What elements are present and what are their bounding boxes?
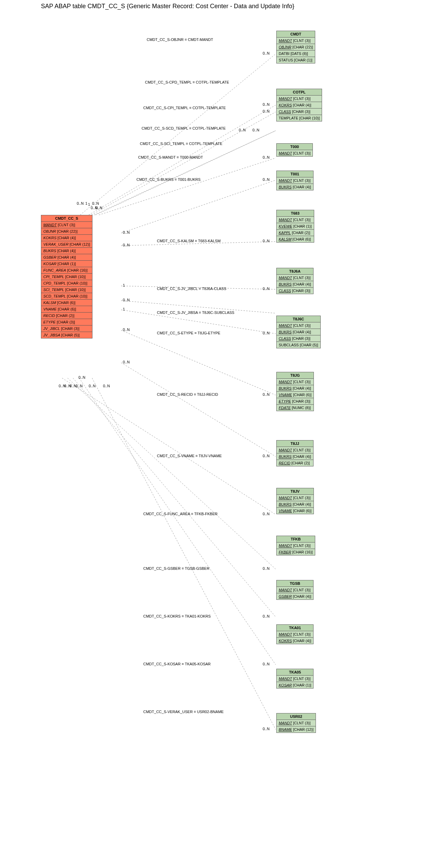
ref-table-header: T000 bbox=[277, 144, 313, 150]
main-field: JV_JIBSA [CHAR (5)] bbox=[41, 332, 92, 338]
ref-field: MANDT [CLNT (3)] bbox=[277, 631, 314, 638]
ref-table-header: USR02 bbox=[277, 713, 316, 720]
ref-field: MANDT [CLNT (3)] bbox=[277, 542, 315, 549]
ref-field: GSBER [CHAR (4)] bbox=[277, 593, 314, 600]
cardinality-right: 0..N bbox=[263, 566, 270, 570]
ref-field: MANDT [CLNT (3)] bbox=[277, 96, 322, 102]
main-field: CPI_TEMPL [CHAR (10)] bbox=[41, 274, 92, 280]
ref-table-header: T683 bbox=[277, 210, 314, 217]
ref-field: MANDT [CLNT (3)] bbox=[277, 177, 314, 184]
cardinality-right: 0..N bbox=[263, 512, 270, 516]
relation-label: CMDT_CC_S-CPI_TEMPL = COTPL-TEMPLATE bbox=[143, 106, 226, 110]
ref-field: MANDT [CLNT (3)] bbox=[277, 676, 314, 682]
ref-table-tfkb: TFKBMANDT [CLNT (3)]FKBER [CHAR (16)] bbox=[276, 536, 315, 555]
main-field: KOKRS [CHAR (4)] bbox=[41, 235, 92, 241]
ref-table-header: T8J6C bbox=[277, 316, 321, 322]
main-field: GSBER [CHAR (4)] bbox=[41, 254, 92, 261]
ref-field: BUKRS [CHAR (4)] bbox=[277, 385, 314, 392]
cardinality-right: 0..N bbox=[263, 614, 270, 618]
cardinality-left: 0..N bbox=[77, 201, 84, 205]
ref-table-t8j6a: T8J6AMANDT [CLNT (3)]BUKRS [CHAR (4)]CLA… bbox=[276, 268, 314, 294]
ref-field: SUBCLASS [CHAR (5)] bbox=[277, 342, 321, 348]
ref-field: CLASS [CHAR (3)] bbox=[277, 335, 321, 342]
cardinality-left: 0..N bbox=[123, 328, 130, 332]
cardinality-left: 0..N bbox=[123, 298, 130, 302]
cardinality-right: 0..N bbox=[263, 727, 270, 731]
ref-field: CLASS [CHAR (3)] bbox=[277, 108, 322, 115]
cardinality-right: 0..N bbox=[263, 662, 270, 666]
ref-field: KVEWE [CHAR (1)] bbox=[277, 223, 314, 230]
ref-table-t8j6c: T8J6CMANDT [CLNT (3)]BUKRS [CHAR (4)]CLA… bbox=[276, 316, 321, 348]
cardinality-right: 0..N bbox=[263, 454, 270, 458]
main-field: KALSM [CHAR (6)] bbox=[41, 300, 92, 306]
ref-table-header: TKA05 bbox=[277, 669, 314, 676]
relation-label: CMDT_CC_S-SCD_TEMPL = COTPL-TEMPLATE bbox=[142, 126, 226, 130]
ref-table-tka05: TKA05MANDT [CLNT (3)]KOSAR [CHAR (1)] bbox=[276, 669, 314, 689]
ref-field: KOKRS [CHAR (4)] bbox=[277, 102, 322, 108]
relation-label: CMDT_CC_S-VNAME = T8JV-VNAME bbox=[157, 454, 222, 458]
ref-field: MANDT [CLNT (3)] bbox=[277, 379, 314, 385]
ref-table-header: CMDT bbox=[277, 31, 315, 38]
cardinality-left: 0..N bbox=[123, 230, 130, 234]
ref-table-t8jg: T8JGMANDT [CLNT (3)]BUKRS [CHAR (4)]VNAM… bbox=[276, 372, 314, 411]
relation-label: CMDT_CC_S-JV_JIBSA = T8J6C-SUBCLASS bbox=[157, 310, 234, 315]
main-table: CMDT_CC_S MANDT [CLNT (3)]OBJNR [CHAR (2… bbox=[41, 215, 92, 338]
relation-label: CMDT_CC_S-FUNC_AREA = TFKB-FKBER bbox=[143, 512, 218, 516]
cardinality-left: 0..N bbox=[92, 201, 99, 205]
cardinality-right: 0..N bbox=[263, 102, 270, 106]
cardinality-left: 0..N bbox=[103, 384, 110, 388]
main-field: JV_JIBCL [CHAR (3)] bbox=[41, 326, 92, 332]
cardinality-left: 1 bbox=[88, 202, 90, 206]
ref-field: RECID [CHAR (2)] bbox=[277, 460, 314, 466]
ref-table-usr02: USR02MANDT [CLNT (3)]BNAME [CHAR (12)] bbox=[276, 713, 316, 733]
cardinality-left: 1 bbox=[123, 307, 125, 311]
ref-field: VNAME [CHAR (6)] bbox=[277, 508, 314, 514]
ref-table-tka01: TKA01MANDT [CLNT (3)]KOKRS [CHAR (4)] bbox=[276, 624, 314, 644]
main-field: ETYPE [CHAR (3)] bbox=[41, 319, 92, 326]
main-field: RECID [CHAR (2)] bbox=[41, 313, 92, 319]
relation-label: CMDT_CC_S-KOKRS = TKA01-KOKRS bbox=[143, 614, 211, 618]
cardinality-right: 0..N bbox=[263, 287, 270, 291]
ref-field: MANDT [CLNT (3)] bbox=[277, 322, 321, 329]
ref-field: TEMPLATE [CHAR (10)] bbox=[277, 115, 322, 121]
ref-field: BUKRS [CHAR (4)] bbox=[277, 453, 314, 460]
ref-field: CLASS [CHAR (3)] bbox=[277, 288, 314, 294]
relation-label: CMDT_CC_S-GSBER = TGSB-GSBER bbox=[143, 566, 209, 570]
ref-field: MANDT [CLNT (3)] bbox=[277, 447, 314, 453]
ref-table-t000: T000MANDT [CLNT (3)] bbox=[276, 143, 313, 157]
ref-field: FDATE [NUMC (8)] bbox=[277, 405, 314, 411]
cardinality-left: 1 bbox=[123, 283, 125, 287]
cardinality-right: 0..N bbox=[263, 177, 270, 182]
cardinality-left: 0..N bbox=[123, 360, 130, 364]
ref-field: MANDT [CLNT (3)] bbox=[277, 587, 314, 593]
ref-field: MANDT [CLNT (3)] bbox=[277, 150, 313, 157]
ref-table-t001: T001MANDT [CLNT (3)]BUKRS [CHAR (4)] bbox=[276, 171, 314, 190]
cardinality-right: 0..N bbox=[263, 155, 270, 159]
main-field: SCD_TEMPL [CHAR (10)] bbox=[41, 293, 92, 300]
ref-field: KALSM [CHAR (6)] bbox=[277, 236, 314, 243]
ref-field: BUKRS [CHAR (4)] bbox=[277, 329, 321, 335]
ref-table-tgsb: TGSBMANDT [CLNT (3)]GSBER [CHAR (4)] bbox=[276, 580, 314, 600]
ref-table-cmdt: CMDTMANDT [CLNT (3)]OBJNR [CHAR (22)]DAT… bbox=[276, 31, 315, 63]
relation-label: CMDT_CC_S-SCI_TEMPL = COTPL-TEMPLATE bbox=[140, 142, 222, 146]
cardinality-left: 0..N bbox=[96, 206, 102, 210]
ref-table-header: T8JJ bbox=[277, 440, 314, 447]
relation-label: CMDT_CC_S-KALSM = T683-KALSM bbox=[157, 239, 221, 243]
relation-label: CMDT_CC_S-VERAK_USER = USR02-BNAME bbox=[143, 710, 224, 714]
ref-field: MANDT [CLNT (3)] bbox=[277, 495, 314, 501]
ref-field: BUKRS [CHAR (4)] bbox=[277, 184, 314, 190]
ref-field: MANDT [CLNT (3)] bbox=[277, 217, 314, 223]
ref-field: OBJNR [CHAR (22)] bbox=[277, 44, 315, 50]
main-field: VNAME [CHAR (6)] bbox=[41, 306, 92, 313]
relation-label: CMDT_CC_S-JV_JIBCL = T8J6A-CLASS bbox=[157, 287, 226, 291]
relation-label: CMDT_CC_S-ETYPE = T8JG-ETYPE bbox=[157, 331, 220, 335]
ref-table-header: COTPL bbox=[277, 89, 322, 96]
main-field: OBJNR [CHAR (22)] bbox=[41, 228, 92, 235]
main-field: SCI_TEMPL [CHAR (10)] bbox=[41, 287, 92, 293]
ref-field: ETYPE [CHAR (3)] bbox=[277, 398, 314, 405]
cardinality-right: 0..N bbox=[263, 239, 270, 243]
ref-field: MANDT [CLNT (3)] bbox=[277, 720, 316, 726]
cardinality-right: 0..N bbox=[263, 109, 270, 113]
ref-table-header: TFKB bbox=[277, 536, 315, 542]
ref-table-t8jv: T8JVMANDT [CLNT (3)]BUKRS [CHAR (4)]VNAM… bbox=[276, 488, 314, 514]
